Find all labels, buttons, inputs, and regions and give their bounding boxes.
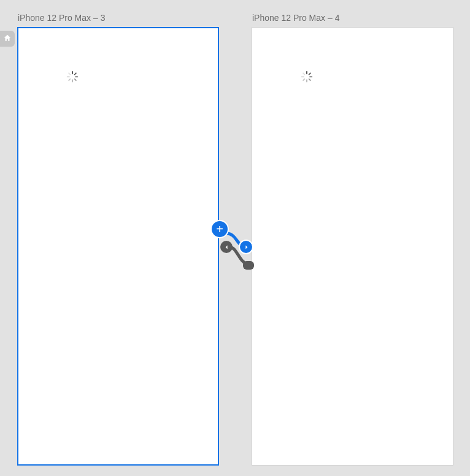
svg-line-15 [303, 73, 304, 74]
artboard-label[interactable]: iPhone 12 Pro Max – 4 [252, 13, 339, 23]
design-canvas[interactable]: iPhone 12 Pro Max – 3 [0, 0, 470, 476]
svg-line-3 [75, 79, 76, 80]
chevron-left-icon [224, 242, 229, 252]
prototype-back-handle[interactable] [220, 241, 233, 253]
artboard[interactable] [18, 28, 218, 465]
artboard-label[interactable]: iPhone 12 Pro Max – 3 [18, 13, 105, 23]
artboard[interactable] [252, 28, 453, 465]
svg-line-9 [309, 73, 310, 74]
prototype-forward-handle[interactable] [240, 241, 252, 253]
svg-line-13 [303, 79, 304, 80]
home-tab[interactable] [0, 31, 15, 47]
plus-icon: + [216, 222, 223, 236]
chevron-right-icon [244, 242, 249, 252]
loading-spinner-icon [66, 71, 79, 83]
prototype-target-pill[interactable] [243, 261, 254, 270]
svg-line-1 [75, 73, 76, 74]
add-interaction-button[interactable]: + [212, 221, 228, 237]
home-icon [3, 34, 12, 44]
artboard-group-2: iPhone 12 Pro Max – 4 [252, 28, 453, 465]
svg-line-11 [309, 79, 310, 80]
loading-spinner-icon [301, 71, 313, 83]
svg-line-5 [69, 79, 70, 80]
artboard-group-1: iPhone 12 Pro Max – 3 [18, 28, 218, 465]
svg-line-7 [69, 73, 70, 74]
